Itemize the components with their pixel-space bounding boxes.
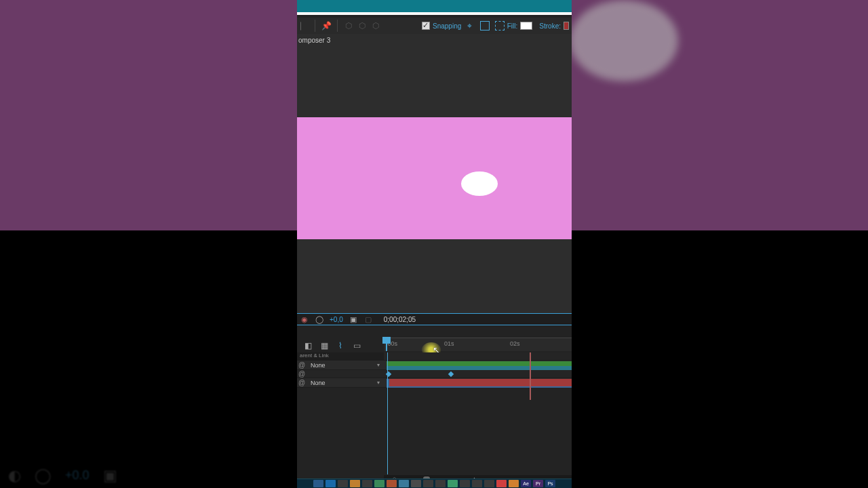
ruler-tick-2: 02s — [510, 340, 520, 347]
camera-icon[interactable]: ▣ — [349, 314, 358, 324]
taskbar-app-3[interactable] — [350, 480, 360, 487]
stroke-label: Stroke: — [539, 22, 561, 30]
tool-icon-1[interactable]: ⬡ — [343, 20, 354, 31]
panel-edge-icon[interactable]: ⎸ — [298, 20, 309, 31]
snap-magnet-icon[interactable]: ⌖ — [464, 20, 475, 31]
layer-switch-icon[interactable]: ◧ — [302, 341, 313, 350]
background-zoom-blur: ◐ ◯ +0.0 ▣ — [0, 463, 129, 488]
taskbar-app-1[interactable] — [326, 480, 336, 487]
pickwhip-icon[interactable]: @ — [297, 361, 307, 369]
comp-tab-row: omposer 3 — [297, 34, 572, 46]
color-mgmt-icon[interactable]: ◉ — [300, 314, 309, 324]
timecode[interactable]: 0;00;02;05 — [384, 316, 416, 323]
composition-canvas[interactable] — [297, 117, 572, 239]
taskbar-app-6[interactable] — [387, 480, 397, 487]
chevron-down-icon: ▾ — [377, 362, 380, 368]
parent-dropdown-1[interactable]: None ▾ — [307, 362, 384, 369]
aperture-icon[interactable]: ◯ — [315, 314, 324, 324]
taskbar-app-5[interactable] — [374, 480, 384, 487]
app-window: ⎸ 📌 ⬡ ⬡ ⬡ Snapping ⌖ Fill: Stroke: ompos… — [297, 0, 572, 488]
taskbar-app-13[interactable] — [472, 480, 482, 487]
taskbar-app-8[interactable] — [411, 480, 421, 487]
bg-camera-icon: ▣ — [103, 467, 117, 485]
taskbar-app-19[interactable]: Ps — [545, 480, 555, 487]
taskbar-app-7[interactable] — [399, 480, 409, 487]
keyframe-2[interactable] — [448, 371, 454, 377]
keyframe-row[interactable] — [384, 370, 572, 378]
chevron-down-icon: ▾ — [377, 380, 380, 386]
parent-dropdown-2[interactable]: None ▾ — [307, 380, 384, 386]
layer-prop-row[interactable]: @ — [297, 370, 384, 378]
background-ellipse-blur — [570, 0, 678, 81]
pickwhip-icon[interactable]: @ — [297, 370, 307, 378]
taskbar-app-12[interactable] — [460, 480, 470, 487]
layer-link-icon[interactable]: ⌇ — [335, 341, 346, 350]
taskbar-app-11[interactable] — [448, 480, 458, 487]
snap-box2-icon[interactable] — [495, 21, 505, 30]
taskbar: AePrPs — [297, 479, 572, 488]
layer-list: @ None ▾ @ @ None ▾ — [297, 361, 384, 388]
taskbar-app-15[interactable] — [496, 480, 507, 487]
pin-icon[interactable]: 📌 — [321, 20, 332, 31]
timeline-panel: ◧ ▦ ⌇ ▭ :00s 01s 02s ↖ arent & Link @ No… — [297, 332, 572, 488]
fill-label: Fill: — [507, 22, 518, 30]
playhead-line — [387, 352, 388, 474]
pickwhip-icon[interactable]: @ — [297, 379, 307, 386]
playhead[interactable] — [386, 338, 387, 351]
layer-row-2[interactable]: @ None ▾ — [297, 378, 384, 388]
taskbar-app-17[interactable]: Ae — [521, 480, 531, 487]
tool-icon-3[interactable]: ⬡ — [370, 20, 381, 31]
render-queue-icon[interactable]: ▭ — [351, 341, 362, 350]
layer-modes-icon[interactable]: ▦ — [319, 341, 330, 350]
taskbar-app-14[interactable] — [484, 480, 494, 487]
taskbar-app-18[interactable]: Pr — [533, 480, 543, 487]
bg-color-icon: ◐ — [8, 467, 21, 485]
viewport-footer: ◉ ◯ +0,0 ▣ ▢ 0;00;02;05 — [297, 313, 572, 325]
snapping-toggle[interactable]: Snapping ⌖ — [422, 20, 505, 31]
taskbar-app-10[interactable] — [435, 480, 446, 487]
shape-ellipse[interactable] — [461, 171, 498, 196]
comp-tab[interactable]: omposer 3 — [298, 37, 330, 44]
ruler-tick-1: 01s — [444, 340, 454, 347]
title-bar — [297, 0, 572, 15]
bg-aperture-icon: ◯ — [35, 467, 52, 485]
snapping-label: Snapping — [433, 22, 461, 30]
taskbar-app-16[interactable] — [509, 480, 519, 487]
snapshot-icon[interactable]: ▢ — [363, 314, 373, 324]
taskbar-app-4[interactable] — [362, 480, 372, 487]
taskbar-app-9[interactable] — [423, 480, 433, 487]
work-area-end[interactable] — [530, 352, 531, 400]
toolbar: ⎸ 📌 ⬡ ⬡ ⬡ Snapping ⌖ Fill: Stroke: — [297, 18, 572, 34]
taskbar-app-2[interactable] — [338, 480, 348, 487]
taskbar-app-0[interactable] — [313, 480, 323, 487]
bg-zoom-value: +0.0 — [65, 468, 90, 483]
track-area[interactable] — [384, 352, 572, 388]
tool-icon-2[interactable]: ⬡ — [357, 20, 368, 31]
fill-swatch[interactable] — [520, 22, 532, 30]
track-row-1[interactable] — [384, 361, 572, 370]
viewport[interactable] — [297, 46, 572, 313]
parent-value-1: None — [311, 362, 326, 369]
layer-row-1[interactable]: @ None ▾ — [297, 361, 384, 370]
stroke-swatch[interactable] — [564, 22, 569, 30]
track-spacer — [384, 352, 572, 361]
layer-bar-2[interactable] — [389, 379, 572, 386]
exposure-value[interactable]: +0,0 — [330, 316, 343, 323]
track-row-2[interactable] — [384, 378, 572, 388]
snapping-checkbox[interactable] — [422, 22, 430, 30]
time-ruler[interactable]: :00s 01s 02s ↖ — [384, 338, 572, 351]
layer-column-header: arent & Link — [297, 352, 384, 361]
snap-box-icon[interactable] — [480, 21, 490, 30]
playhead-head[interactable] — [382, 337, 391, 344]
parent-value-2: None — [311, 380, 326, 386]
